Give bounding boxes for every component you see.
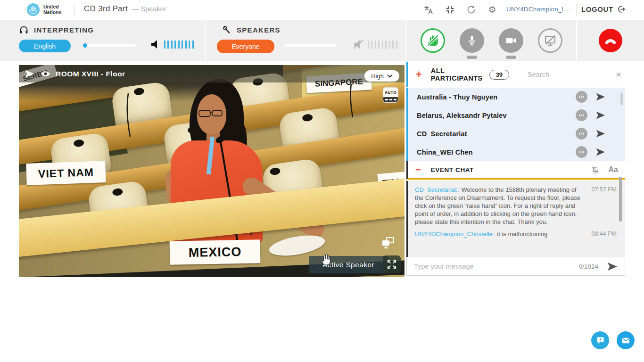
placard-mexico: MEXICO: [170, 239, 261, 264]
exit-fullscreen-icon[interactable]: [445, 5, 455, 15]
settings-gear-icon[interactable]: ⚙: [487, 5, 497, 15]
send-room-icon[interactable]: [25, 69, 34, 79]
send-message-button[interactable]: [595, 147, 605, 157]
auto-label: AUTO: [383, 90, 398, 95]
message-sender: UNY4DChampion_Christelle: [415, 230, 493, 238]
event-title: CD 3rd Part: [84, 4, 128, 13]
send-message-button[interactable]: [595, 92, 605, 102]
participant-row: CD_Secretariat: [408, 124, 625, 143]
event-role: — Speaker: [132, 5, 166, 13]
un-logo-text: United Nations: [43, 4, 70, 15]
microphone-button[interactable]: [460, 28, 484, 53]
participant-name: Australia - Thuy Nguyen: [417, 93, 576, 101]
broadcast-signal-button[interactable]: [576, 91, 587, 103]
chat-message: CD_Secretariat:Welcome to the 1588th ple…: [415, 186, 619, 226]
participants-list: Australia - Thuy Nguyen Belarus, Aleksan…: [406, 88, 625, 161]
active-speaker-button[interactable]: Active Speaker: [309, 256, 388, 273]
send-message-button[interactable]: [595, 110, 605, 120]
speakers-volume-meter: [368, 41, 399, 49]
broadcast-signal-button[interactable]: [576, 128, 587, 140]
collapse-chat-button[interactable]: −: [415, 165, 421, 175]
screen-share-button[interactable]: [538, 28, 562, 53]
close-panel-icon[interactable]: ×: [616, 69, 621, 80]
expand-arrows-icon: [386, 259, 397, 270]
quality-value: High: [371, 73, 384, 80]
speakers-volume-slider[interactable]: [284, 44, 336, 47]
message-time: 07:57 PM: [591, 186, 617, 194]
raise-hand-button[interactable]: [421, 28, 445, 53]
add-participant-button[interactable]: +: [416, 68, 422, 81]
broadcast-signal-button[interactable]: [576, 109, 587, 121]
placard-vietnam: VIET NAM: [26, 161, 106, 185]
muted-speaker-icon: [353, 39, 365, 52]
participants-count-badge: 39: [489, 70, 509, 80]
char-counter: 0/1024: [579, 263, 598, 270]
room-name-label: ROOM XVIII - Floor: [56, 70, 125, 78]
message-input[interactable]: [407, 263, 579, 270]
headphones-icon: [19, 25, 29, 35]
phone-hangup-icon: [603, 33, 618, 48]
contact-email-button[interactable]: [617, 331, 635, 349]
divider: [74, 4, 75, 16]
participant-name: CD_Secretariat: [417, 130, 576, 138]
chevron-down-icon: [387, 74, 393, 78]
participant-name: Belarus, Aleksandr Pytalev: [417, 112, 576, 119]
search-input[interactable]: [520, 71, 616, 78]
room-title-bar: ROOM XVIII - Floor: [19, 65, 405, 82]
event-chat-header: − EVENT CHAT Aa: [406, 161, 625, 180]
message-sender: CD_Secretariat: [415, 186, 457, 193]
video-stream: SERBIA SINGAPORE VIET NAM ZIM MEXICO ROO…: [19, 65, 405, 277]
hangup-button[interactable]: [599, 29, 622, 52]
camera-icon: [504, 34, 518, 47]
divider: [576, 4, 577, 16]
interpreting-section: INTERPRETING English: [0, 20, 205, 61]
interpreting-volume-slider[interactable]: [84, 44, 136, 47]
participant-row: Australia - Thuy Nguyen: [408, 88, 625, 106]
speakers-label: SPEAKERS: [237, 26, 281, 34]
send-message-button[interactable]: [595, 129, 605, 139]
font-size-button[interactable]: Aa: [609, 165, 618, 174]
refresh-icon[interactable]: [466, 5, 476, 15]
slider-knob[interactable]: [83, 43, 87, 48]
broadcast-signal-button[interactable]: [576, 146, 587, 158]
logout-label: LOGOUT: [581, 5, 613, 13]
fullscreen-button[interactable]: [383, 255, 401, 273]
display-mode-button[interactable]: [381, 236, 395, 251]
chat-message: UNY4DChampion_Christelle:it is malfuncti…: [415, 230, 619, 238]
hand-slash-icon: [426, 33, 440, 48]
microphone-stage-icon: [222, 25, 231, 35]
auto-badge-dashes: [383, 97, 398, 102]
translate-icon[interactable]: [423, 5, 434, 15]
camera-device-indicator[interactable]: [506, 56, 516, 59]
screen-share-slash-icon: [544, 34, 557, 47]
logout-button[interactable]: LOGOUT: [581, 5, 626, 14]
speaker-icon: [150, 39, 161, 52]
mic-device-indicator[interactable]: [467, 56, 477, 59]
speakers-selector[interactable]: Everyone: [217, 40, 274, 53]
camera-button[interactable]: [499, 28, 523, 53]
participants-title: ALL PARTICIPANTS: [431, 67, 483, 82]
chat-messages: CD_Secretariat:Welcome to the 1588th ple…: [406, 181, 625, 257]
chat-scrollbar[interactable]: [619, 177, 622, 222]
participants-header: + ALL PARTICIPANTS 39 ×: [406, 62, 625, 87]
interpreting-volume-meter: [164, 41, 195, 49]
quality-dropdown[interactable]: High: [364, 70, 399, 82]
watch-eye-icon[interactable]: [40, 68, 51, 79]
participants-scrollbar[interactable]: [620, 93, 623, 105]
username-menu[interactable]: UNY4DChampion_L..: [506, 6, 569, 13]
language-selector[interactable]: English: [19, 40, 71, 52]
event-chat-title: EVENT CHAT: [431, 166, 591, 173]
hangup-section: [577, 20, 644, 61]
interpreting-label: INTERPRETING: [34, 26, 94, 34]
speaker-face: [197, 94, 226, 134]
un-logo-icon: [27, 3, 40, 16]
send-chat-button[interactable]: [607, 261, 618, 272]
auto-quality-toggle[interactable]: AUTO: [383, 87, 398, 103]
feedback-button[interactable]: [591, 331, 609, 349]
page-title: CD 3rd Part— Speaker: [84, 4, 166, 14]
mute-notifications-button[interactable]: [591, 165, 600, 174]
message-time: 08:44 PM: [591, 230, 617, 238]
speakers-section: SPEAKERS Everyone: [206, 20, 405, 61]
participant-row: China_WEI Chen: [408, 143, 625, 161]
top-bar: United Nations CD 3rd Part— Speaker ⚙ UN…: [0, 0, 644, 19]
